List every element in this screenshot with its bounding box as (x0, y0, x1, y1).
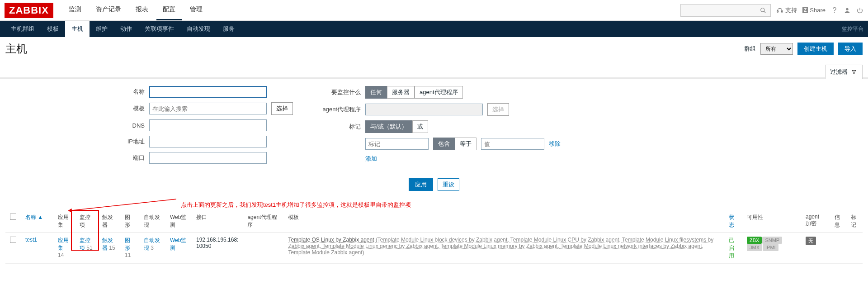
headset-icon (776, 7, 783, 14)
topnav-monitoring[interactable]: 监测 (62, 0, 88, 20)
items-count: 51 (86, 245, 92, 251)
status-toggle[interactable]: 已启用 (729, 237, 734, 259)
tag-mode-or[interactable]: 或 (412, 120, 428, 133)
tag-value-input[interactable] (481, 138, 544, 150)
power-icon[interactable] (856, 7, 863, 14)
subnav-maintenance[interactable]: 维护 (90, 21, 114, 37)
filter-toggle[interactable]: 过滤器 (825, 65, 863, 79)
dns-label: DNS (108, 122, 145, 129)
monitor-segment: 任何 服务器 agent代理程序 (365, 86, 463, 99)
port-label: 端口 (108, 154, 145, 162)
tag-label: 标记 (311, 123, 361, 131)
row-checkbox[interactable] (10, 237, 16, 243)
select-all-checkbox[interactable] (10, 214, 16, 220)
template-main-link[interactable]: Template OS Linux by Zabbix agent (288, 237, 374, 243)
template-select-button[interactable]: 选择 (271, 102, 293, 115)
filter-bar: 过滤器 (0, 61, 868, 79)
col-status[interactable]: 状态 (729, 214, 734, 228)
subnav-discovery[interactable]: 自动发现 (180, 21, 217, 37)
template-input[interactable] (149, 103, 267, 114)
monitor-server[interactable]: 服务器 (387, 86, 415, 99)
dns-input[interactable] (149, 119, 267, 131)
tag-op-segment: 包含 等于 (433, 138, 476, 150)
table-header-row: 名称 ▲ 应用集 监控项 触发器 图形 自动发现 Web监测 接口 agent代… (5, 210, 863, 233)
port-input[interactable] (149, 152, 267, 164)
filter-icon (850, 68, 858, 76)
top-nav: ZABBIX 监测 资产记录 报表 配置 管理 支持 Z Share ? (0, 0, 868, 21)
tag-remove-link[interactable]: 移除 (549, 140, 561, 148)
jmx-badge: JMX (747, 244, 762, 251)
ip-label: IP地址 (108, 138, 145, 146)
create-host-button[interactable]: 创建主机 (797, 43, 834, 55)
col-web: Web监测 (165, 210, 192, 233)
subnav-correlation[interactable]: 关联项事件 (138, 21, 180, 37)
interface-cell: 192.168.195.168: 10050 (192, 233, 243, 264)
topnav-administration[interactable]: 管理 (184, 0, 209, 20)
z-icon: Z (802, 7, 808, 13)
graphs-link[interactable]: 图形 (125, 237, 130, 251)
proxy-input (365, 104, 483, 115)
name-input[interactable] (149, 86, 267, 98)
table-row: test1 应用集 14 监控项 51 触发器 15 图形 11 自动发现 3 … (5, 233, 863, 264)
topnav-reports[interactable]: 报表 (129, 0, 155, 20)
group-select[interactable]: 所有 (760, 43, 793, 55)
monitor-proxy[interactable]: agent代理程序 (415, 86, 463, 99)
support-link[interactable]: 支持 (776, 6, 797, 14)
col-templates: 模板 (283, 210, 724, 233)
subnav-platform[interactable]: 监控平台 (842, 25, 863, 33)
annotation-text: 点击上面的更新之后，我们发现test1主机增加了很多监控项，这就是模板里自带的监… (181, 201, 411, 209)
subnav-hostgroups[interactable]: 主机群组 (5, 21, 41, 37)
subnav-hosts[interactable]: 主机 (65, 21, 90, 37)
filter-form: 名称 模板 选择 DNS IP地址 端口 要监控什么 任何 服务器 agent (0, 79, 868, 176)
col-name[interactable]: 名称 ▲ (25, 214, 43, 220)
col-interface: 接口 (192, 210, 243, 233)
topnav-items: 监测 资产记录 报表 配置 管理 (62, 0, 209, 20)
group-label: 群组 (744, 45, 756, 53)
subnav-templates[interactable]: 模板 (41, 21, 65, 37)
tag-name-input[interactable] (365, 138, 429, 150)
name-label: 名称 (108, 88, 145, 96)
apply-button[interactable]: 应用 (409, 178, 433, 191)
ipmi-badge: IPMI (763, 244, 778, 251)
col-availability: 可用性 (742, 210, 801, 233)
import-button[interactable]: 导入 (838, 43, 863, 55)
tag-op-equals[interactable]: 等于 (455, 138, 476, 150)
encryption-badge: 无 (806, 237, 816, 245)
triggers-count: 15 (109, 245, 115, 251)
tag-op-contains[interactable]: 包含 (433, 138, 455, 150)
zbx-badge: ZBX (747, 237, 762, 244)
topnav-configuration[interactable]: 配置 (156, 0, 182, 20)
monitor-label: 要监控什么 (311, 88, 361, 96)
tag-add-link[interactable]: 添加 (365, 155, 377, 163)
monitor-any[interactable]: 任何 (365, 86, 387, 99)
svg-rect-3 (782, 10, 783, 12)
filter-label: 过滤器 (830, 68, 848, 76)
web-link[interactable]: Web监测 (170, 237, 186, 251)
apps-link[interactable]: 应用集 (58, 237, 69, 251)
help-icon[interactable]: ? (831, 7, 838, 14)
global-search[interactable] (680, 4, 771, 17)
tag-mode-andor[interactable]: 与/或（默认） (365, 120, 412, 133)
svg-point-0 (761, 8, 764, 11)
reset-button[interactable]: 重设 (438, 178, 459, 191)
tag-mode-segment: 与/或（默认） 或 (365, 120, 428, 133)
graphs-count: 11 (125, 252, 131, 258)
col-info: 信息 (830, 210, 846, 233)
user-icon[interactable] (844, 7, 851, 14)
topnav-right: 支持 Z Share ? (680, 4, 863, 17)
topnav-inventory[interactable]: 资产记录 (90, 0, 127, 20)
subnav-actions[interactable]: 动作 (114, 21, 138, 37)
snmp-badge: SNMP (762, 237, 782, 244)
svg-line-1 (764, 11, 766, 13)
share-link[interactable]: Z Share (802, 7, 826, 14)
host-name-link[interactable]: test1 (25, 237, 37, 243)
support-label: 支持 (785, 6, 797, 14)
brand-logo[interactable]: ZABBIX (5, 3, 53, 18)
col-tags: 标记 (846, 210, 863, 233)
share-label: Share (810, 7, 826, 14)
ip-input[interactable] (149, 136, 267, 147)
col-triggers: 触发器 (98, 210, 120, 233)
apps-count: 14 (58, 252, 64, 258)
svg-line-5 (68, 199, 176, 211)
subnav-services[interactable]: 服务 (217, 21, 241, 37)
